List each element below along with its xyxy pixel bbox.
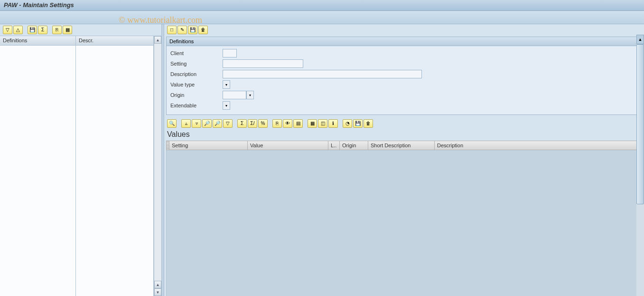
save-icon[interactable]: 💾 xyxy=(28,26,37,34)
label-value-type: Value type xyxy=(170,82,223,87)
left-toolbar: ▽ △ 💾 Σ ⎘ ▦ xyxy=(0,24,161,36)
sigma-icon[interactable]: Σ xyxy=(38,26,47,34)
delete-icon[interactable]: 🗑 xyxy=(198,26,208,34)
col-short-desc[interactable]: Short Description xyxy=(368,141,435,150)
win-scroll-track[interactable] xyxy=(636,44,644,296)
right-panel: □ ✎ 💾 🗑 Definitions Client Setting Descr… xyxy=(164,24,644,296)
values-title: Values xyxy=(166,129,641,141)
col-description[interactable]: Description xyxy=(435,141,641,150)
label-client: Client xyxy=(170,50,223,56)
scroll-down-icon[interactable]: ▼ xyxy=(154,288,161,296)
definitions-body: Client Setting Description Value type ▾ … xyxy=(167,46,641,115)
left-col-descr-body xyxy=(76,46,154,296)
input-client[interactable] xyxy=(223,49,237,57)
col-value[interactable]: Value xyxy=(248,141,328,150)
find-next-icon[interactable]: 🔎 xyxy=(213,119,222,128)
trash-icon[interactable]: 🗑 xyxy=(364,119,373,128)
save2-icon[interactable]: 💾 xyxy=(353,119,363,128)
input-setting[interactable] xyxy=(223,59,303,68)
value-type-select-icon[interactable]: ▾ xyxy=(223,80,230,89)
scroll-track[interactable] xyxy=(154,44,161,281)
view-icon[interactable]: 👁 xyxy=(283,119,292,128)
column-icon[interactable]: ◫ xyxy=(318,119,327,128)
sort-asc-icon[interactable]: ▵ xyxy=(181,119,191,128)
left-col-descr[interactable]: Descr. xyxy=(76,36,154,46)
layout-icon[interactable]: ▦ xyxy=(63,26,72,34)
find-icon[interactable]: 🔎 xyxy=(202,119,212,128)
filter-icon[interactable]: ▽ xyxy=(223,119,233,128)
left-scrollbar[interactable]: ▲ ▲ ▼ xyxy=(154,36,161,296)
window-scrollbar[interactable]: ▲ ▼ xyxy=(636,35,644,296)
values-grid-header: Setting Value L.. Origin Short Descripti… xyxy=(166,141,641,150)
extendable-select-icon[interactable]: ▾ xyxy=(223,101,230,110)
win-scroll-up-icon[interactable]: ▲ xyxy=(636,35,644,44)
left-tree: Definitions Descr. ▲ ▲ ▼ xyxy=(0,36,161,296)
origin-select-icon[interactable]: ▾ xyxy=(246,91,254,99)
definitions-header: Definitions xyxy=(167,37,641,46)
left-panel: ▽ △ 💾 Σ ⎘ ▦ Definitions Descr. ▲ ▲ ▼ xyxy=(0,24,161,296)
label-origin: Origin xyxy=(170,92,223,98)
print-icon[interactable]: ⎘ xyxy=(272,119,282,128)
sum-icon[interactable]: Σ xyxy=(237,119,247,128)
excel-icon[interactable]: ▤ xyxy=(293,119,303,128)
left-col-definitions[interactable]: Definitions xyxy=(0,36,76,46)
export-icon[interactable]: ⎘ xyxy=(52,26,62,34)
scroll-up-icon[interactable]: ▲ xyxy=(154,36,161,44)
label-extendable: Extendable xyxy=(170,103,223,108)
create-icon[interactable]: □ xyxy=(167,26,177,34)
page-title: PAW - Maintain Settings xyxy=(4,1,74,9)
edit-icon[interactable]: ✎ xyxy=(177,26,187,34)
values-grid-body xyxy=(166,150,641,296)
title-bar: PAW - Maintain Settings xyxy=(0,0,644,11)
collapse-icon[interactable]: △ xyxy=(13,26,23,34)
main-area: ▽ △ 💾 Σ ⎘ ▦ Definitions Descr. ▲ ▲ ▼ xyxy=(0,24,644,296)
left-col-definitions-body xyxy=(0,46,76,296)
expand-icon[interactable]: ▽ xyxy=(3,26,12,34)
col-l[interactable]: L.. xyxy=(328,141,340,150)
win-scroll-thumb[interactable] xyxy=(636,44,644,204)
grid-icon[interactable]: ▦ xyxy=(308,119,317,128)
col-setting[interactable]: Setting xyxy=(169,141,248,150)
save-defs-icon[interactable]: 💾 xyxy=(188,26,197,34)
detail-icon[interactable]: 🔍 xyxy=(167,119,177,128)
input-origin[interactable] xyxy=(223,91,246,99)
secondary-bar xyxy=(0,11,644,24)
col-origin[interactable]: Origin xyxy=(340,141,368,150)
info-icon[interactable]: ℹ xyxy=(328,119,338,128)
scroll-down-dbl-icon[interactable]: ▲ xyxy=(154,281,161,288)
chart-icon[interactable]: ◔ xyxy=(343,119,352,128)
definitions-box: Definitions Client Setting Description V… xyxy=(166,37,641,115)
input-description[interactable] xyxy=(223,70,422,78)
percent-icon[interactable]: % xyxy=(258,119,268,128)
subtotal-icon[interactable]: Σ/ xyxy=(248,119,257,128)
values-toolbar: 🔍 ▵ ▿ 🔎 🔎 ▽ Σ Σ/ % ⎘ 👁 ▤ ▦ ◫ ℹ ◔ 💾 🗑 xyxy=(164,118,644,129)
sort-desc-icon[interactable]: ▿ xyxy=(192,119,201,128)
label-setting: Setting xyxy=(170,61,223,67)
defs-toolbar: □ ✎ 💾 🗑 xyxy=(164,24,644,36)
label-description: Description xyxy=(170,71,223,77)
values-section: Values Setting Value L.. Origin Short De… xyxy=(166,129,641,296)
